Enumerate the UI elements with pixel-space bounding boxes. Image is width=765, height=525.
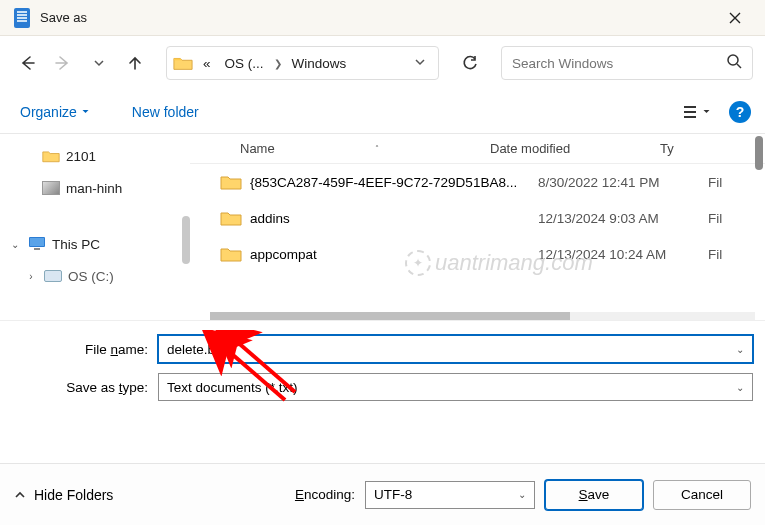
filename-dropdown[interactable]: ⌄ xyxy=(736,344,744,355)
form-area: File name: delete.bat ⌄ Save as type: Te… xyxy=(0,320,765,419)
address-dropdown[interactable] xyxy=(408,54,432,72)
column-date[interactable]: Date modified xyxy=(490,141,660,156)
notepad-icon xyxy=(14,8,30,28)
file-list: Name˄ Date modified Ty {853CA287-459F-4E… xyxy=(190,134,765,320)
file-date: 12/13/2024 10:24 AM xyxy=(538,247,708,262)
chevron-right-icon[interactable]: ❯ xyxy=(274,58,282,69)
tree-item-label: man-hinh xyxy=(66,181,122,196)
recent-dropdown[interactable] xyxy=(84,48,114,78)
svg-rect-2 xyxy=(30,238,44,246)
folder-icon xyxy=(173,55,193,71)
view-options-button[interactable] xyxy=(682,104,711,120)
file-name: {853CA287-459F-4EEF-9C72-729D51BA8... xyxy=(250,175,517,190)
svg-point-0 xyxy=(728,55,738,65)
up-button[interactable] xyxy=(120,48,150,78)
new-folder-button[interactable]: New folder xyxy=(126,100,205,124)
file-list-header[interactable]: Name˄ Date modified Ty xyxy=(190,134,765,164)
file-row[interactable]: {853CA287-459F-4EEF-9C72-729D51BA8... 8/… xyxy=(190,164,765,200)
folder-icon xyxy=(220,210,242,226)
folder-icon xyxy=(42,149,60,163)
file-type: Fil xyxy=(708,247,722,262)
tree-item-man-hinh[interactable]: man-hinh xyxy=(0,172,190,204)
pc-icon xyxy=(28,236,46,253)
filetype-dropdown-caret[interactable]: ⌄ xyxy=(736,382,744,393)
folder-tree[interactable]: 2101 man-hinh ⌄ This PC › OS (C:) xyxy=(0,134,190,320)
filename-label: File name: xyxy=(12,342,158,357)
folder-icon xyxy=(220,174,242,190)
file-name: addins xyxy=(250,211,290,226)
encoding-caret-icon[interactable]: ⌄ xyxy=(518,489,526,500)
file-type: Fil xyxy=(708,211,722,226)
tree-item-2101[interactable]: 2101 xyxy=(0,140,190,172)
back-button[interactable] xyxy=(12,48,42,78)
tree-item-label: OS (C:) xyxy=(68,269,114,284)
file-date: 12/13/2024 9:03 AM xyxy=(538,211,708,226)
organize-menu[interactable]: Organize xyxy=(14,100,96,124)
filename-input[interactable]: delete.bat ⌄ xyxy=(158,335,753,363)
folder-icon xyxy=(220,246,242,262)
search-input[interactable] xyxy=(512,56,726,71)
breadcrumb-seg-1[interactable]: OS (... xyxy=(221,54,268,73)
toolbar: Organize New folder ? xyxy=(0,90,765,134)
encoding-label: Encoding: xyxy=(295,487,355,502)
chevron-up-icon xyxy=(14,489,26,501)
breadcrumb-seg-2[interactable]: Windows xyxy=(288,54,351,73)
tree-item-label: 2101 xyxy=(66,149,96,164)
encoding-dropdown[interactable]: UTF-8 ⌄ xyxy=(365,481,535,509)
footer: Hide Folders Encoding: UTF-8 ⌄ Save Canc… xyxy=(0,463,765,525)
forward-button[interactable] xyxy=(48,48,78,78)
content-area: 2101 man-hinh ⌄ This PC › OS (C:) Name˄ … xyxy=(0,134,765,320)
search-icon[interactable] xyxy=(726,53,742,73)
file-row[interactable]: appcompat 12/13/2024 10:24 AM Fil xyxy=(190,236,765,272)
column-name[interactable]: Name xyxy=(240,141,275,156)
breadcrumb-prefix[interactable]: « xyxy=(199,54,215,73)
help-button[interactable]: ? xyxy=(729,101,751,123)
save-button[interactable]: Save xyxy=(545,480,643,510)
titlebar: Save as xyxy=(0,0,765,36)
cancel-button[interactable]: Cancel xyxy=(653,480,751,510)
search-box[interactable] xyxy=(501,46,753,80)
hide-folders-toggle[interactable]: Hide Folders xyxy=(14,487,113,503)
filetype-value: Text documents (*.txt) xyxy=(167,380,298,395)
filetype-dropdown[interactable]: Text documents (*.txt) ⌄ xyxy=(158,373,753,401)
navbar: « OS (... ❯ Windows xyxy=(0,36,765,90)
horizontal-scrollbar[interactable] xyxy=(210,312,755,320)
file-type: Fil xyxy=(708,175,722,190)
encoding-value: UTF-8 xyxy=(374,487,412,502)
drive-icon xyxy=(44,270,62,282)
tree-scrollbar[interactable] xyxy=(182,216,190,264)
image-thumb-icon xyxy=(42,181,60,195)
chevron-down-icon[interactable]: ⌄ xyxy=(8,239,22,250)
vertical-scrollbar[interactable] xyxy=(755,136,763,170)
address-bar[interactable]: « OS (... ❯ Windows xyxy=(166,46,439,80)
close-button[interactable] xyxy=(713,0,757,36)
tree-item-drive-c[interactable]: › OS (C:) xyxy=(0,260,190,292)
filetype-label: Save as type: xyxy=(12,380,158,395)
chevron-right-icon[interactable]: › xyxy=(24,271,38,282)
new-folder-label: New folder xyxy=(132,104,199,120)
filename-value: delete.bat xyxy=(167,342,226,357)
file-name: appcompat xyxy=(250,247,317,262)
file-date: 8/30/2022 12:41 PM xyxy=(538,175,708,190)
hide-folders-label: Hide Folders xyxy=(34,487,113,503)
refresh-button[interactable] xyxy=(453,46,487,80)
window-title: Save as xyxy=(40,10,87,25)
tree-item-this-pc[interactable]: ⌄ This PC xyxy=(0,228,190,260)
tree-item-label: This PC xyxy=(52,237,100,252)
svg-rect-3 xyxy=(34,248,40,250)
organize-label: Organize xyxy=(20,104,77,120)
column-type[interactable]: Ty xyxy=(660,141,765,156)
sort-ascending-icon: ˄ xyxy=(375,144,379,153)
file-row[interactable]: addins 12/13/2024 9:03 AM Fil xyxy=(190,200,765,236)
